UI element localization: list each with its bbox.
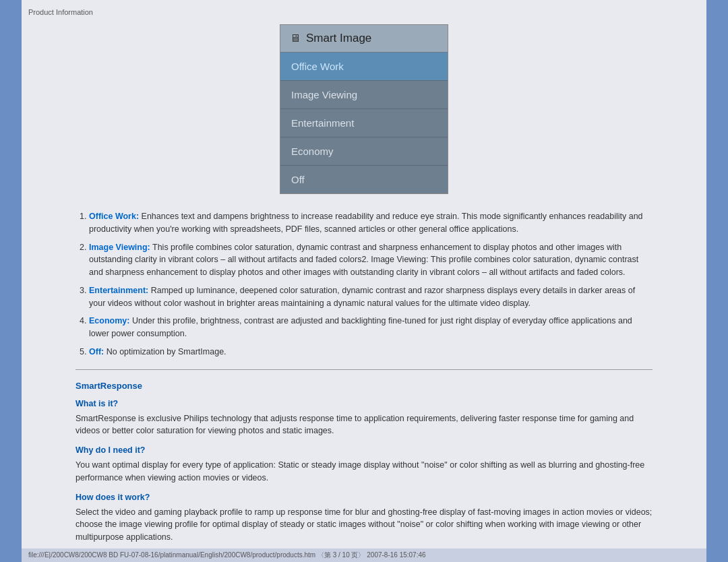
list-item-off: Off: No optimization by SmartImage.: [89, 346, 653, 358]
product-info-label: Product Information: [28, 8, 93, 16]
menu-item-office-work[interactable]: Office Work: [280, 53, 448, 81]
list-item-image-viewing: Image Viewing: This profile combines col…: [89, 241, 653, 279]
footer-bar: file:///E|/200CW8/200CW8 BD FU-07-08-16/…: [22, 549, 706, 562]
economy-label: Economy:: [89, 316, 129, 325]
right-sidebar: [706, 0, 728, 562]
footer-text: file:///E|/200CW8/200CW8 BD FU-07-08-16/…: [28, 551, 426, 559]
entertainment-label: Entertainment:: [89, 286, 148, 295]
economy-text: Under this profile, brightness, contrast…: [89, 316, 632, 338]
smart-image-header: 🖥 Smart Image: [280, 25, 448, 53]
feature-list: Office Work: Enhances text and dampens b…: [75, 210, 653, 358]
left-sidebar: [0, 0, 22, 562]
why-need-it-heading: Why do I need it?: [75, 445, 653, 455]
image-viewing-text: This profile combines color saturation, …: [89, 243, 638, 278]
smart-image-icon: 🖥: [290, 32, 301, 44]
text-area: Office Work: Enhances text and dampens b…: [22, 208, 706, 562]
menu-item-entertainment[interactable]: Entertainment: [280, 109, 448, 137]
menu-item-economy[interactable]: Economy: [280, 137, 448, 166]
divider: [75, 369, 653, 370]
list-item-office-work: Office Work: Enhances text and dampens b…: [89, 210, 653, 236]
off-text: No optimization by SmartImage.: [107, 347, 226, 356]
top-bar: Product Information: [22, 5, 706, 18]
how-does-it-work-heading: How does it work?: [75, 493, 653, 502]
smart-image-title: Smart Image: [306, 32, 371, 45]
list-item-economy: Economy: Under this profile, brightness,…: [89, 315, 653, 340]
menu-item-image-viewing[interactable]: Image Viewing: [280, 81, 448, 109]
office-work-text: Enhances text and dampens brightness to …: [89, 212, 643, 234]
menu-item-off[interactable]: Off: [280, 166, 448, 193]
off-label: Off:: [89, 347, 104, 356]
how-does-it-work-para: Select the video and gaming playback pro…: [75, 506, 653, 544]
main-content: Product Information 🖥 Smart Image Office…: [22, 0, 706, 562]
entertainment-text: Ramped up luminance, deepened color satu…: [89, 286, 635, 308]
center-panel: 🖥 Smart Image Office Work Image Viewing …: [22, 24, 706, 194]
smart-response-heading: SmartResponse: [75, 381, 653, 391]
what-is-it-para: SmartResponse is exclusive Philips techn…: [75, 412, 653, 438]
image-viewing-label: Image Viewing:: [89, 243, 150, 252]
what-is-it-heading: What is it?: [75, 399, 653, 408]
office-work-label: Office Work:: [89, 212, 139, 221]
smart-image-box: 🖥 Smart Image Office Work Image Viewing …: [280, 24, 448, 194]
why-need-it-para: You want optimal display for every type …: [75, 459, 653, 485]
list-item-entertainment: Entertainment: Ramped up luminance, deep…: [89, 284, 653, 310]
